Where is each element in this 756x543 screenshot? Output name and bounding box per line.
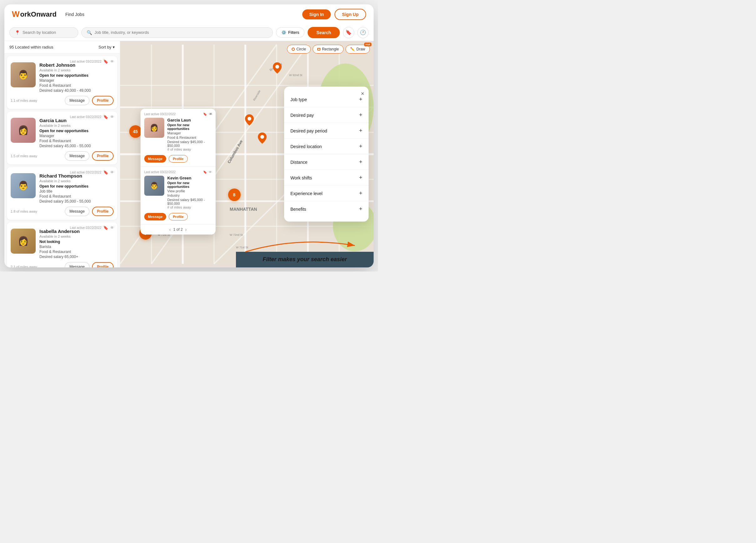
profile-button-garcia[interactable]: Profile xyxy=(92,151,114,161)
rectangle-tool-button[interactable]: Rectangle xyxy=(313,45,344,54)
popup-eye-kevin[interactable]: 👁 xyxy=(209,170,212,174)
bookmark-icon[interactable]: 🔖 xyxy=(103,115,108,119)
pagination-prev-button[interactable]: ‹ xyxy=(169,227,171,232)
card-actions-richard: Message Profile xyxy=(65,207,114,216)
map-cluster-45[interactable]: 45 xyxy=(129,125,142,138)
card-meta-robert: Last active 03/22/2022 🔖 👁 xyxy=(70,59,114,64)
sort-button[interactable]: Sort by ▾ xyxy=(99,45,115,49)
message-button-robert[interactable]: Message xyxy=(65,96,89,105)
pagination-next-button[interactable]: › xyxy=(185,227,187,232)
app-wrapper: W orkOnward Find Jobs Sign In Sign Up 📍 … xyxy=(4,4,374,267)
map-pin-1[interactable] xyxy=(273,62,282,75)
circle-tool-button[interactable]: Circle xyxy=(287,45,311,54)
map-area[interactable]: Broadway W 92nd St W 91st St W 89th St W… xyxy=(120,41,374,267)
filters-button[interactable]: ⚙️ Filters xyxy=(276,27,304,38)
popup-profile-garcia[interactable]: Profile xyxy=(169,155,187,162)
signup-button[interactable]: Sign Up xyxy=(335,9,366,20)
candidate-card-isabella: Last active 03/22/2022 🔖 👁 👩 Isabella An… xyxy=(7,222,117,267)
profile-button-richard[interactable]: Profile xyxy=(92,207,114,216)
popup-bookmark-kevin[interactable]: 🔖 xyxy=(203,170,207,174)
search-main-button[interactable]: Search xyxy=(308,27,340,38)
map-cluster-8[interactable]: 8 xyxy=(228,188,241,201)
filter-distance[interactable]: Distance + xyxy=(284,154,369,170)
popup-message-kevin[interactable]: Message xyxy=(144,213,166,220)
bookmark-icon-button[interactable]: 🔖 xyxy=(343,27,354,38)
search-location-input[interactable] xyxy=(23,30,73,35)
eye-icon[interactable]: 👁 xyxy=(110,170,114,175)
svg-point-38 xyxy=(275,65,279,69)
available-robert: Available in 2 weeks xyxy=(39,68,114,72)
filter-distance-plus-icon: + xyxy=(359,159,362,165)
message-button-richard[interactable]: Message xyxy=(65,207,89,216)
industry-isabella: Food & Restaurant xyxy=(39,249,114,254)
history-icon-button[interactable]: 🕐 xyxy=(357,27,369,38)
filter-work-shifts[interactable]: Work shifts + xyxy=(284,170,369,186)
popup-bookmark-garcia[interactable]: 🔖 xyxy=(203,112,207,116)
popup-meta-garcia: Last active 03/22/2022 🔖 👁 xyxy=(144,112,212,116)
popup-message-garcia[interactable]: Message xyxy=(144,155,166,162)
last-active-isabella: Last active 03/22/2022 xyxy=(70,226,101,229)
svg-point-39 xyxy=(248,117,251,120)
profile-button-robert[interactable]: Profile xyxy=(92,96,114,105)
bookmark-icon[interactable]: 🔖 xyxy=(103,170,108,175)
card-footer-richard: 1.8 of miles away Message Profile xyxy=(11,207,114,216)
bookmark-icon[interactable]: 🔖 xyxy=(103,225,108,230)
filter-desired-pay-period-label: Desired pay period xyxy=(290,128,327,133)
card-footer-garcia: 1.5 of miles away Message Profile xyxy=(11,151,114,161)
candidates-sidebar: 95 Located within radius Sort by ▾ Last … xyxy=(4,41,120,267)
draw-tool-label: Draw xyxy=(356,47,365,51)
popup-avatar-kevin: 👨 xyxy=(144,176,164,196)
circle-tool-label: Circle xyxy=(296,47,306,51)
card-info-garcia: Garcia Laun Available in 2 weeks Open fo… xyxy=(39,118,114,148)
filters-label: Filters xyxy=(288,30,299,35)
search-keywords-input[interactable] xyxy=(95,30,268,35)
filters-panel-close-button[interactable]: × xyxy=(361,90,364,97)
profile-button-isabella[interactable]: Profile xyxy=(92,262,114,267)
message-button-garcia[interactable]: Message xyxy=(65,151,89,161)
filter-desired-location-label: Desired location xyxy=(290,144,322,149)
avatar-isabella: 👩 xyxy=(11,228,36,253)
map-pin-2[interactable] xyxy=(245,114,254,127)
location-icon: 📍 xyxy=(15,30,20,35)
map-pin-3[interactable] xyxy=(258,132,267,145)
filter-desired-pay-period[interactable]: Desired pay period + xyxy=(284,123,369,139)
draw-tool-button[interactable]: ✏️ Draw Hot xyxy=(345,45,370,54)
filters-panel: × Job type + Desired pay + Desired pay p… xyxy=(284,87,369,222)
message-button-isabella[interactable]: Message xyxy=(65,262,89,267)
popup-salary-kevin: Desired salary $45,000 - $50,000 xyxy=(167,198,212,205)
map-tools: Circle Rectangle ✏️ Draw Hot xyxy=(287,45,370,54)
popup-info-garcia: Garcia Laun Open for new opportunities M… xyxy=(167,118,212,152)
filter-job-type-label: Job type xyxy=(290,97,307,102)
eye-icon[interactable]: 👁 xyxy=(110,225,114,230)
card-meta-garcia: Last active 03/22/2022 🔖 👁 xyxy=(70,115,114,119)
last-active-garcia: Last active 03/22/2022 xyxy=(70,115,101,119)
popup-industry-kevin: Industry xyxy=(167,193,212,197)
cluster-count-45: 45 xyxy=(133,129,138,134)
eye-icon[interactable]: 👁 xyxy=(110,59,114,64)
filter-experience-level-plus-icon: + xyxy=(359,190,362,197)
signin-button[interactable]: Sign In xyxy=(302,9,331,19)
svg-text:W 72nd St: W 72nd St xyxy=(230,233,243,236)
role-richard: Job title xyxy=(39,189,114,193)
nav-find-jobs[interactable]: Find Jobs xyxy=(65,12,84,17)
popup-profile-kevin[interactable]: Profile xyxy=(169,213,187,220)
filter-experience-level[interactable]: Experience level + xyxy=(284,186,369,201)
available-richard: Available in 2 weeks xyxy=(39,179,114,183)
last-active-robert: Last active 03/22/2022 xyxy=(70,60,101,63)
search-keywords-container: 🔍 xyxy=(81,27,273,38)
popup-close-button[interactable]: × xyxy=(209,111,212,117)
card-info-isabella: Isabella Anderson Available in 2 weeks N… xyxy=(39,228,114,259)
filter-benefits[interactable]: Benefits + xyxy=(284,201,369,217)
popup-last-active-garcia: Last active 03/22/2022 xyxy=(144,112,176,116)
popup-name-kevin: Kevin Green xyxy=(167,176,212,180)
bookmark-icon[interactable]: 🔖 xyxy=(103,59,108,64)
filter-desired-pay[interactable]: Desired pay + xyxy=(284,107,369,123)
eye-icon[interactable]: 👁 xyxy=(110,115,114,119)
popup-actions-garcia: Message Profile xyxy=(144,155,212,162)
filter-job-type[interactable]: Job type + xyxy=(284,92,369,107)
distance-richard: 1.8 of miles away xyxy=(11,209,37,213)
popup-role-kevin: View profile xyxy=(167,189,212,193)
svg-text:MANHATTAN: MANHATTAN xyxy=(230,206,257,211)
filter-desired-location[interactable]: Desired location + xyxy=(284,139,369,154)
card-meta-richard: Last active 03/22/2022 🔖 👁 xyxy=(70,170,114,175)
